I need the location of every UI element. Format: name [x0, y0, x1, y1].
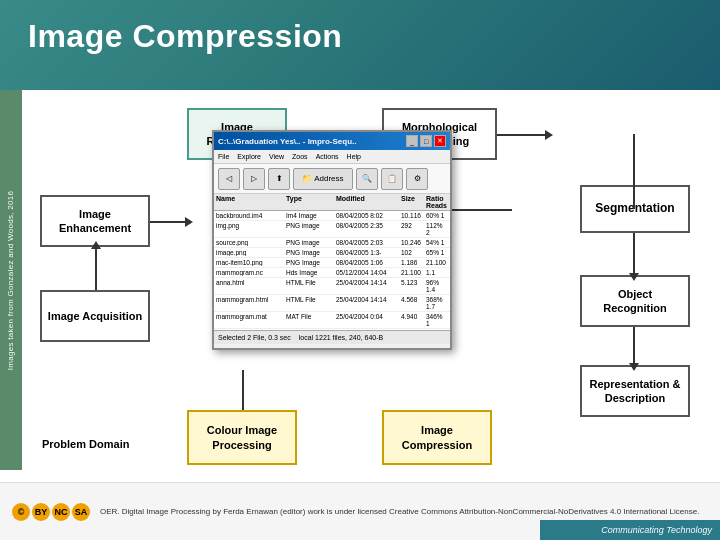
menu-file[interactable]: File — [218, 153, 229, 160]
side-label: Images taken from Gonzalez and Woods, 20… — [0, 90, 22, 470]
problem-domain-label: Problem Domain — [42, 438, 129, 450]
window-statusbar: Selected 2 File, 0.3 sec local 1221 file… — [214, 330, 450, 344]
menu-view[interactable]: View — [269, 153, 284, 160]
screenshot-window[interactable]: C:\..\Graduation Yes\.. - Impro-Sequ.. _… — [212, 130, 452, 350]
header-band: Image Compression — [0, 0, 720, 90]
maximize-button[interactable]: □ — [420, 135, 432, 147]
menu-zoos[interactable]: Zoos — [292, 153, 308, 160]
side-label-text: Images taken from Gonzalez and Woods, 20… — [7, 190, 16, 370]
window-menubar: File Explore View Zoos Actions Help — [214, 150, 450, 164]
info-text: local 1221 files, 240, 640-B — [299, 334, 383, 341]
arrow-morph-seg — [497, 134, 547, 136]
window-titlebar: C:\..\Graduation Yes\.. - Impro-Sequ.. _… — [214, 132, 450, 150]
col-date: Modified — [336, 195, 401, 209]
box-image-acquisition: Image Acquisition — [40, 290, 150, 342]
file-row-3[interactable]: source.pngPNG image08/04/2005 2:0310.246… — [214, 238, 450, 248]
content-area: Image Restoration Morphological Processi… — [22, 90, 720, 480]
file-row-7[interactable]: anna.htmlHTML File25/04/2004 14:145.1239… — [214, 278, 450, 295]
file-row-4[interactable]: image.pngPNG Image08/04/2005 1:3-10265% … — [214, 248, 450, 258]
toolbar-btn-2[interactable]: ▷ — [243, 168, 265, 190]
file-row-10[interactable]: sanngo.pngHTML File25/04/2004 14:471.100… — [214, 329, 450, 330]
arrow-seg-connect-v — [633, 134, 635, 209]
cc-icon-by: BY — [32, 503, 50, 521]
window-toolbar: ◁ ▷ ⬆ 📁 Address 🔍 📋 ⚙ — [214, 164, 450, 194]
toolbar-btn-1[interactable]: ◁ — [218, 168, 240, 190]
window-title: C:\..\Graduation Yes\.. - Impro-Sequ.. — [218, 137, 357, 146]
file-row-8[interactable]: mammogram.htmlHTML File25/04/2004 14:144… — [214, 295, 450, 312]
close-button[interactable]: ✕ — [434, 135, 446, 147]
cc-icon-cc: © — [12, 503, 30, 521]
box-colour-image: Colour Image Processing — [187, 410, 297, 465]
menu-help[interactable]: Help — [347, 153, 361, 160]
toolbar-btn-4[interactable]: 📁 Address — [293, 168, 353, 190]
arrow-win-right — [452, 209, 512, 211]
bottom-bar: Communicating Technology — [540, 520, 720, 540]
col-type: Type — [286, 195, 336, 209]
col-size: Size — [401, 195, 426, 209]
footer-license-text: OER. Digital Image Processing by Ferda E… — [100, 506, 699, 517]
file-row-9[interactable]: mammogram.matMAT File25/04/2004 0:044.94… — [214, 312, 450, 329]
col-other: Ratio Reads — [426, 195, 448, 209]
box-representation: Representation & Description — [580, 365, 690, 417]
arrow-seg-obj — [633, 233, 635, 275]
file-row-5[interactable]: mac-item10.pngPNG Image08/04/2005 1:061.… — [214, 258, 450, 268]
slide: Image Compression Images taken from Gonz… — [0, 0, 720, 540]
file-list-header: Name Type Modified Size Ratio Reads — [214, 194, 450, 211]
box-object-recognition: Object Recognition — [580, 275, 690, 327]
toolbar-btn-7[interactable]: ⚙ — [406, 168, 428, 190]
slide-title: Image Compression — [28, 18, 342, 55]
toolbar-btn-3[interactable]: ⬆ — [268, 168, 290, 190]
arrow-acq-enh — [95, 247, 97, 290]
arrow-obj-rep — [633, 327, 635, 365]
menu-actions[interactable]: Actions — [316, 153, 339, 160]
bottom-bar-logo: Communicating Technology — [601, 525, 712, 535]
file-row-2[interactable]: img.pngPNG image08/04/2005 2:35292112% 2 — [214, 221, 450, 238]
box-image-enhancement: Image Enhancement — [40, 195, 150, 247]
window-controls: _ □ ✕ — [406, 135, 446, 147]
arrow-enh-rest — [150, 221, 187, 223]
box-segmentation: Segmentation — [580, 185, 690, 233]
col-name: Name — [216, 195, 286, 209]
status-text: Selected 2 File, 0.3 sec — [218, 334, 291, 341]
arrow-colour-up — [242, 370, 244, 410]
file-row-1[interactable]: backbround.im4Im4 Image08/04/2005 8:0210… — [214, 211, 450, 221]
window-file-list: Name Type Modified Size Ratio Reads back… — [214, 194, 450, 330]
cc-icon-sa: SA — [72, 503, 90, 521]
toolbar-btn-6[interactable]: 📋 — [381, 168, 403, 190]
toolbar-btn-5[interactable]: 🔍 — [356, 168, 378, 190]
cc-icons: © BY NC SA — [12, 503, 90, 521]
file-row-6[interactable]: mammogram.ncHds Image05/12/2004 14:0421.… — [214, 268, 450, 278]
box-image-compression: Image Compression — [382, 410, 492, 465]
cc-icon-nc: NC — [52, 503, 70, 521]
minimize-button[interactable]: _ — [406, 135, 418, 147]
menu-explore[interactable]: Explore — [237, 153, 261, 160]
